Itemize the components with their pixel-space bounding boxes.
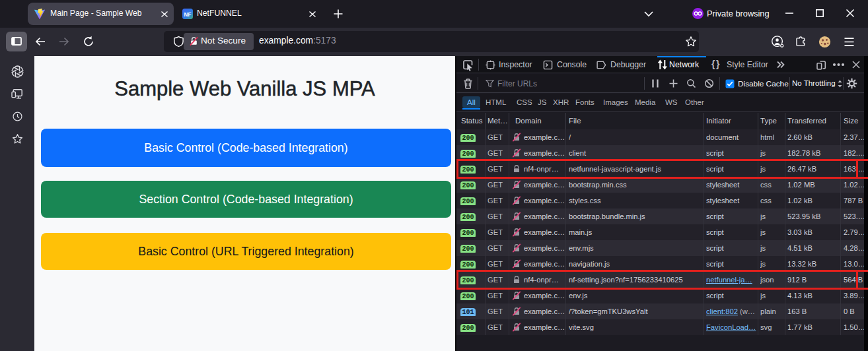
svg-text:NF: NF	[184, 12, 192, 18]
